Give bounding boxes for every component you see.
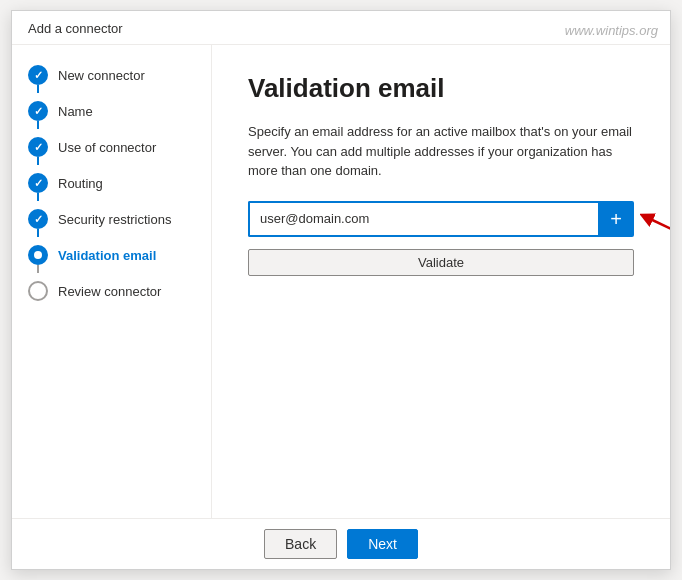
step-indicator-new-connector	[28, 65, 48, 85]
sidebar-item-label-validation-email: Validation email	[58, 248, 156, 263]
sidebar-item-use-of-connector[interactable]: Use of connector	[12, 129, 211, 165]
step-indicator-routing	[28, 173, 48, 193]
arrow-annotation	[640, 199, 670, 239]
sidebar-item-label-security-restrictions: Security restrictions	[58, 212, 171, 227]
dialog-header: Add a connector	[12, 11, 670, 45]
sidebar: New connector Name Use of connector Rout…	[12, 45, 212, 518]
sidebar-item-security-restrictions[interactable]: Security restrictions	[12, 201, 211, 237]
sidebar-item-name[interactable]: Name	[12, 93, 211, 129]
sidebar-item-label-name: Name	[58, 104, 93, 119]
main-content: Validation email Specify an email addres…	[212, 45, 670, 518]
dialog-footer: Back Next	[12, 518, 670, 569]
svg-line-1	[646, 217, 670, 237]
step-indicator-review-connector	[28, 281, 48, 301]
step-indicator-validation-email	[28, 245, 48, 265]
validate-label: Validate	[418, 255, 464, 270]
email-input[interactable]	[248, 201, 598, 237]
email-input-row: +	[248, 201, 634, 237]
sidebar-item-label-routing: Routing	[58, 176, 103, 191]
sidebar-item-validation-email[interactable]: Validation email	[12, 237, 211, 273]
back-button[interactable]: Back	[264, 529, 337, 559]
sidebar-item-label-review-connector: Review connector	[58, 284, 161, 299]
plus-icon: +	[610, 209, 622, 229]
validate-button[interactable]: Validate	[248, 249, 634, 276]
next-label: Next	[368, 536, 397, 552]
dialog-body: New connector Name Use of connector Rout…	[12, 45, 670, 518]
back-label: Back	[285, 536, 316, 552]
sidebar-item-routing[interactable]: Routing	[12, 165, 211, 201]
add-connector-dialog: Add a connector www.wintips.org New conn…	[11, 10, 671, 570]
page-title: Validation email	[248, 73, 634, 104]
step-indicator-security-restrictions	[28, 209, 48, 229]
sidebar-item-label-new-connector: New connector	[58, 68, 145, 83]
step-indicator-use-of-connector	[28, 137, 48, 157]
add-email-button[interactable]: +	[598, 201, 634, 237]
sidebar-item-label-use-of-connector: Use of connector	[58, 140, 156, 155]
sidebar-item-review-connector[interactable]: Review connector	[12, 273, 211, 309]
description-text: Specify an email address for an active m…	[248, 122, 634, 181]
sidebar-item-new-connector[interactable]: New connector	[12, 57, 211, 93]
step-indicator-name	[28, 101, 48, 121]
next-button[interactable]: Next	[347, 529, 418, 559]
dialog-title: Add a connector	[28, 21, 123, 36]
